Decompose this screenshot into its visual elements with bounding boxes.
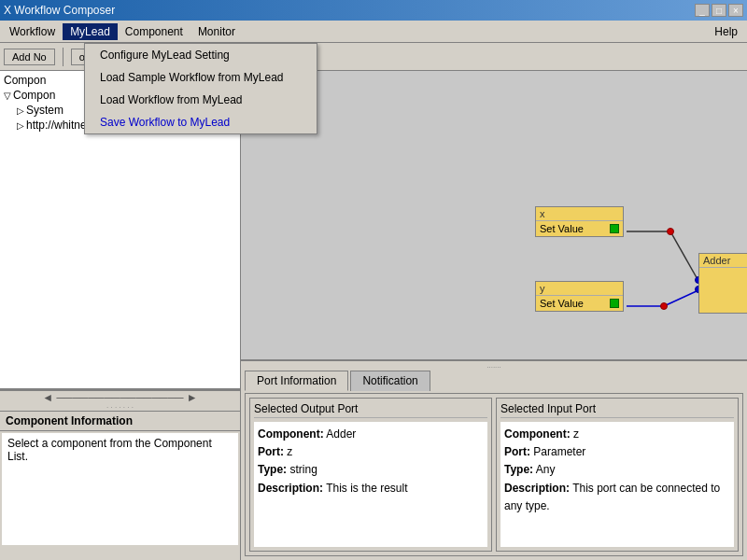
conn-dot-1 [667, 228, 674, 235]
close-button[interactable]: × [728, 4, 743, 17]
titlebar-buttons[interactable]: _ □ × [695, 4, 743, 17]
resize-handle-bottom[interactable]: ....... [241, 361, 747, 369]
y-port-out[interactable] [610, 299, 619, 308]
y-node-label: Set Value [540, 298, 584, 309]
output-type-val: string [289, 463, 317, 476]
bottom-panel: ....... Port Information Notification Se… [241, 359, 747, 560]
titlebar-title: X Workflow Composer [4, 4, 115, 17]
input-type-label: Type: [504, 463, 533, 476]
menu-monitor[interactable]: Monitor [190, 23, 243, 40]
x-port-out[interactable] [610, 224, 619, 233]
input-port-title: Selected Input Port [500, 402, 734, 418]
menu-component[interactable]: Component [118, 23, 190, 40]
adder-node-body [699, 268, 747, 310]
y-node-body: Set Value [536, 296, 623, 311]
conn-dot-2 [660, 302, 668, 310]
input-port-body: Component: z Port: Parameter Type: Any [500, 422, 734, 547]
output-port-body: Component: Adder Port: z Type: string [254, 422, 487, 547]
port-info-area: Selected Output Port Component: Adder Po… [245, 393, 743, 556]
mylead-dropdown: Configure MyLead Setting Load Sample Wor… [84, 43, 317, 134]
svg-line-3 [664, 290, 698, 306]
adder-node-title: Adder [699, 254, 747, 268]
output-port-title: Selected Output Port [254, 402, 487, 418]
menu-help[interactable]: Help [707, 23, 745, 40]
svg-line-1 [670, 231, 698, 281]
component-info-panel: Component Information Select a component… [0, 411, 240, 560]
input-component-label: Component: [504, 427, 571, 441]
y-node-title: y [536, 282, 623, 296]
input-type-line: Type: Any [504, 461, 730, 479]
input-type-val: Any [536, 463, 556, 476]
tree-scrollbar-h[interactable]: ◄ ──────────────── ► [0, 390, 240, 403]
left-panel: Compon ▽ Compon ▷ System ▷ http://whitne… [0, 71, 241, 560]
dropdown-save-workflow[interactable]: Save Workflow to MyLead [85, 111, 317, 133]
output-port-val: z [287, 445, 292, 458]
input-port-label: Port: [504, 445, 530, 458]
x-node-body: Set Value [536, 221, 623, 236]
input-port-section: Selected Input Port Component: z Port: P… [496, 398, 739, 552]
minimize-button[interactable]: _ [695, 4, 710, 17]
output-port-label: Port: [258, 445, 284, 458]
tab-port-information[interactable]: Port Information [245, 371, 348, 391]
chevron-down-icon[interactable]: ▽ [4, 91, 11, 101]
input-component-line: Component: z [504, 426, 730, 443]
resize-handle-left[interactable]: · · · · · · · [0, 403, 240, 411]
x-node-title: x [536, 207, 623, 221]
output-desc-label: Description: [258, 482, 323, 495]
maximize-button[interactable]: □ [712, 4, 726, 17]
menu-mylead[interactable]: MyLead [63, 23, 118, 40]
chevron-right-icon-2[interactable]: ▷ [17, 120, 24, 131]
output-type-label: Type: [258, 463, 287, 476]
right-panel: x Set Value y Set Value Adder [241, 71, 747, 560]
tab-notification[interactable]: Notification [350, 371, 430, 391]
output-component-label: Component: [258, 427, 324, 441]
component-info-body: Select a component from the Component Li… [2, 433, 238, 545]
adder-node[interactable]: Adder [698, 253, 747, 314]
menubar: Workflow MyLead Component Monitor Help [0, 21, 747, 43]
main-area: Compon ▽ Compon ▷ System ▷ http://whitne… [0, 71, 747, 560]
dropdown-configure[interactable]: Configure MyLead Setting [85, 44, 317, 66]
dropdown-load-sample[interactable]: Load Sample Workflow from MyLead [85, 66, 317, 89]
x-node-label: Set Value [540, 223, 584, 234]
y-node[interactable]: y Set Value [535, 281, 624, 312]
add-node-button[interactable]: Add No [4, 49, 55, 65]
input-port-line: Port: Parameter [504, 443, 730, 461]
output-desc-val: This is the result [326, 482, 407, 495]
output-port-section: Selected Output Port Component: Adder Po… [249, 398, 492, 552]
output-component-line: Component: Adder [258, 426, 484, 443]
tab-bar: Port Information Notification [241, 369, 747, 393]
input-desc-label: Description: [504, 482, 570, 495]
output-desc-line: Description: This is the result [258, 480, 484, 497]
output-type-line: Type: string [258, 461, 484, 479]
output-port-line: Port: z [258, 443, 484, 461]
chevron-right-icon[interactable]: ▷ [17, 105, 24, 116]
dropdown-load-workflow[interactable]: Load Workflow from MyLead [85, 89, 317, 111]
input-component-val: z [573, 427, 579, 441]
input-desc-line: Description: This port can be connected … [504, 480, 730, 515]
titlebar: X Workflow Composer _ □ × [0, 0, 747, 21]
component-info-title: Component Information [0, 412, 240, 431]
toolbar-separator [63, 48, 63, 66]
menu-workflow[interactable]: Workflow [2, 23, 63, 40]
x-node[interactable]: x Set Value [535, 206, 624, 237]
output-component-val: Adder [326, 427, 356, 441]
input-port-val: Parameter [533, 445, 585, 458]
